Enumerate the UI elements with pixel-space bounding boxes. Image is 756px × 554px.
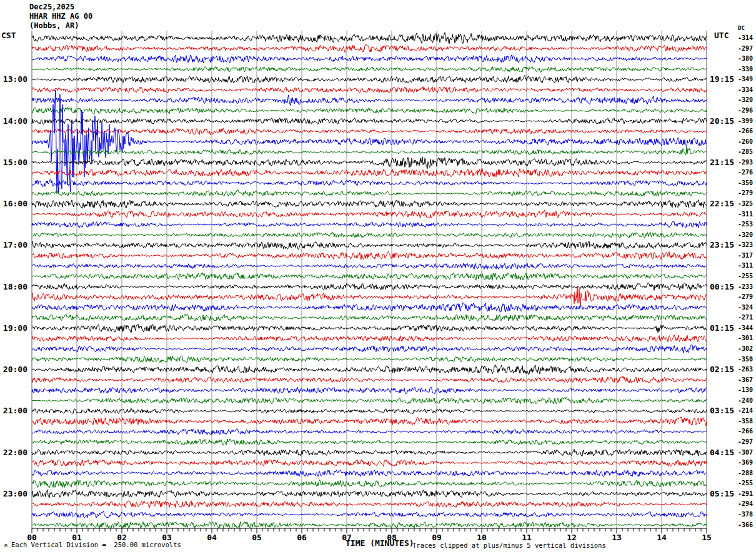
trace-row (32, 179, 707, 187)
dc-value: -349 (738, 76, 753, 83)
utc-time-label: 21:15 (710, 158, 739, 167)
minute-label: 11 (518, 533, 535, 542)
trace-row (32, 44, 707, 53)
dc-value: -369 (738, 459, 753, 466)
dc-value: -285 (738, 148, 753, 156)
trace-row (32, 241, 707, 249)
scale-note: Each Vertical Division = 250.00 microvol… (11, 541, 181, 548)
trace-row (32, 439, 707, 445)
dc-value: -263 (738, 366, 753, 373)
trace-row (32, 210, 707, 218)
cst-time-label: 14:00 (0, 117, 27, 126)
clip-note: Traces clipped at plus/minus 5 vertical … (412, 541, 606, 549)
dc-value: -266 (738, 128, 753, 135)
cst-time-label: 18:00 (0, 283, 27, 291)
dc-value: -291 (738, 490, 753, 498)
station-title: HHAR HHZ AG 00 (29, 12, 92, 21)
trace-row (32, 408, 707, 414)
dc-value: -344 (738, 325, 753, 332)
dc-value: -297 (738, 438, 753, 446)
dc-value: -334 (738, 86, 753, 94)
dc-value: -378 (738, 511, 753, 518)
seismogram-plot (0, 0, 756, 554)
trace-row (32, 190, 707, 196)
dc-value: -255 (738, 273, 753, 280)
dc-value: -324 (738, 304, 753, 311)
dc-value: -266 (738, 428, 753, 435)
minute-label: 06 (293, 533, 311, 542)
trace-row (32, 90, 707, 194)
dc-value: -293 (738, 159, 753, 166)
trace-row (32, 449, 707, 456)
dc-value: -399 (738, 118, 753, 125)
trace-row (32, 128, 707, 135)
trace-row (32, 157, 707, 169)
corner-glyph: ʍ (4, 543, 7, 548)
dc-column-header: DC (738, 25, 745, 31)
dc-value: -358 (738, 418, 753, 425)
dc-value: -214 (738, 407, 753, 415)
dc-value: -320 (738, 96, 753, 104)
dc-value: -253 (738, 221, 753, 228)
minute-label: 04 (203, 533, 221, 542)
date-title: Dec25,2025 (29, 3, 74, 11)
cst-time-label: 16:00 (0, 199, 27, 208)
trace-row (32, 221, 707, 228)
dc-value: -276 (738, 169, 753, 176)
dc-value: -296 (738, 107, 753, 114)
dc-value: -130 (738, 386, 753, 394)
utc-time-label: 03:15 (710, 406, 739, 415)
dc-value: -311 (738, 262, 753, 269)
dc-value: -330 (738, 66, 753, 73)
dc-value: -323 (738, 241, 753, 249)
trace-row (32, 501, 707, 508)
trace-row (32, 470, 707, 477)
location-title: (Hobbs, AR) (29, 21, 79, 30)
utc-time-label: 20:15 (710, 117, 739, 126)
minute-label: 05 (248, 533, 266, 542)
dc-value: -314 (738, 34, 753, 42)
utc-time-label: 04:15 (710, 448, 739, 457)
dc-value: -367 (738, 376, 753, 384)
trace-row (32, 490, 707, 498)
trace-row (32, 233, 707, 238)
utc-time-label: 22:15 (710, 199, 739, 208)
dc-value: -366 (738, 521, 753, 529)
dc-value: -288 (738, 470, 753, 477)
trace-row (32, 199, 707, 208)
trace-row (32, 303, 707, 312)
minute-label: 15 (698, 533, 715, 542)
utc-time-label: 19:15 (710, 75, 739, 84)
right-timezone-label: UTC (714, 31, 729, 40)
minute-label: 12 (563, 533, 580, 542)
dc-value: -279 (738, 293, 753, 301)
trace-row (32, 460, 707, 466)
trace-row (32, 286, 707, 306)
trace-row (32, 55, 707, 63)
minute-label: 10 (473, 533, 490, 542)
dc-value: -301 (738, 335, 753, 342)
dc-value: -297 (738, 45, 753, 53)
dc-value: -233 (738, 283, 753, 291)
trace-row (32, 273, 707, 280)
dc-value: -320 (738, 231, 753, 239)
trace-row (32, 108, 707, 114)
cst-time-label: 23:00 (0, 490, 27, 498)
trace-row (32, 521, 707, 528)
trace-row (32, 429, 707, 435)
dc-value: -271 (738, 314, 753, 321)
minute-label: 13 (608, 533, 625, 542)
dc-value: -311 (738, 211, 753, 218)
trace-row (32, 76, 707, 83)
trace-row (32, 169, 707, 178)
cst-time-label: 21:00 (0, 406, 27, 415)
cst-time-label: 17:00 (0, 241, 27, 249)
utc-time-label: 01:15 (710, 324, 739, 333)
trace-row (32, 147, 707, 155)
trace-row (32, 511, 707, 518)
trace-row (32, 397, 707, 404)
dc-value: -350 (738, 179, 753, 187)
trace-row (32, 335, 707, 342)
dc-value: -279 (738, 189, 753, 197)
trace-row (32, 33, 707, 44)
